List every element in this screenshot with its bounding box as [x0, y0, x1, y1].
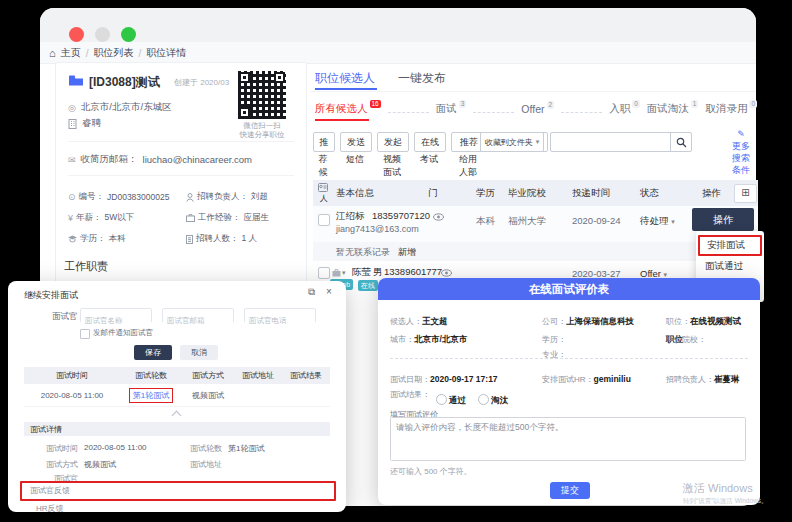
fullscreen-icon[interactable]: ⧉ [308, 286, 315, 298]
result-option-fail[interactable]: 淘汰 [478, 389, 508, 407]
notify-interviewer-checkbox[interactable] [80, 329, 90, 339]
tab-one-click-publish[interactable]: 一键发布 [398, 70, 446, 87]
recommend-candidate-button[interactable]: 推 荐 候 [313, 132, 333, 178]
minimize-window-button[interactable] [95, 27, 110, 42]
row-checkbox[interactable] [318, 214, 330, 226]
stage-offer-cancelled[interactable]: 取消录用0 [705, 102, 757, 116]
menu-item-interview-pass[interactable]: 面试通过 [696, 256, 764, 277]
screen: ⌂ 主页 / 职位列表 / 职位详情 [ID3088]测试 创建于 2020/0… [0, 0, 792, 522]
remaining-chars-text: 还可输入 500 个字符。 [390, 466, 472, 477]
detail-address-label: 面试地址 [180, 459, 222, 470]
row-action-button[interactable]: 操作 [692, 208, 754, 231]
close-window-button[interactable] [69, 27, 84, 42]
briefcase-icon [186, 214, 195, 222]
header-interview-address: 面试地址 [234, 370, 282, 381]
job-location: ◎ 北京市/北京市/东城区 [68, 101, 172, 114]
interview-round-link[interactable]: 第1轮面试 [120, 388, 182, 403]
header-basic-info: 基本信息 [336, 187, 374, 200]
online-exam-button[interactable]: 在线 考试 [414, 132, 444, 165]
candidate-name-link[interactable]: 江绍标 [336, 210, 365, 223]
save-button[interactable]: 保存 [134, 345, 172, 360]
window-titlebar [40, 8, 756, 42]
interviewer-name-field-wrap [80, 308, 152, 323]
result-label: 面试结果： [390, 389, 430, 407]
candidate-search [550, 132, 692, 152]
result-option-pass[interactable]: 通过 [436, 389, 466, 407]
job-email-label: 收简历邮箱： [81, 153, 138, 166]
add-contact-record-link[interactable]: 新增 [398, 246, 416, 259]
interview-date: 2020-09-17 17:17 [430, 374, 498, 384]
chevron-down-icon: ▾ [664, 271, 668, 278]
qr-caption-2: 快速分享职位 [232, 130, 292, 140]
salary-icon: ¥ [68, 213, 73, 223]
eye-icon[interactable] [433, 213, 444, 221]
send-sms-button[interactable]: 发送 短信 [340, 132, 370, 165]
search-input[interactable] [553, 134, 669, 150]
recruiting-owner: 崔蔓琳 [714, 374, 740, 384]
scheduler-hr: geminiliu [594, 374, 631, 384]
stage-onboard[interactable]: 入职0 [609, 102, 640, 116]
breadcrumb-job-list[interactable]: 职位列表 [93, 46, 133, 60]
column-settings-button[interactable]: ⊞ [734, 184, 757, 203]
stage-interview-rejected[interactable]: 面试淘汰1 [647, 102, 699, 116]
document-icon [186, 235, 193, 244]
home-icon: ⌂ [49, 47, 56, 59]
no-contact-record-text: 暂无联系记录 [336, 246, 390, 259]
header-department: 门 [428, 187, 438, 200]
candidate-row-1[interactable]: 江绍标 18359707120 jiang7413@163.com 本科 福州大… [313, 206, 758, 242]
company-icon [68, 119, 77, 129]
interview-detail-title: 面试详情 [24, 422, 330, 436]
search-icon [676, 137, 687, 148]
candidate-school: 福州大学 [508, 215, 546, 228]
modal-title: 继续安排面试 [24, 289, 78, 302]
favorite-folder-dropdown[interactable]: 收藏到文件夹▾ [480, 132, 544, 152]
interview-table-header: 面试时间 面试轮数 面试方式 面试地址 面试结果 [24, 367, 330, 384]
detail-round-label: 面试轮数 [180, 443, 222, 454]
radio-pass[interactable] [436, 394, 447, 405]
close-icon[interactable]: × [326, 286, 332, 297]
chevron-down-icon[interactable]: ▾ [342, 269, 346, 277]
header-degree: 学历 [476, 187, 495, 200]
submit-button[interactable]: 提交 [550, 482, 590, 499]
stage-all-candidates[interactable]: 所有候选人16 [315, 102, 381, 116]
job-field-owner: 招聘负责人：刘超 [186, 191, 268, 203]
breadcrumb-home[interactable]: 主页 [61, 46, 81, 60]
stage-count-badge: 3 [459, 100, 467, 108]
detail-hr-feedback-label: HR反馈 [36, 503, 64, 514]
header-status: 状态 [640, 187, 659, 200]
id-icon: ⊙ [68, 192, 76, 202]
candidate-phone: 13389601777 [384, 266, 442, 277]
candidate-name-link[interactable]: 陈莹 [352, 266, 371, 279]
header-interview-round: 面试轮数 [120, 370, 182, 381]
more-search-filters[interactable]: ✎ 更多 搜索 条件 [728, 128, 754, 176]
contact-record-subrow: 暂无联系记录 新增 ☆ [313, 242, 758, 261]
briefcase-icon [332, 269, 341, 277]
cancel-button[interactable]: 取消 [180, 345, 218, 360]
maximize-window-button[interactable] [121, 27, 136, 42]
job-title: [ID3088]测试 [89, 74, 160, 91]
qr-code [238, 71, 286, 119]
tab-job-candidates[interactable]: 职位候选人 [315, 70, 375, 87]
active-tab-underline [315, 88, 377, 90]
stage-offer[interactable]: Offer2 [521, 103, 554, 115]
comment-textarea[interactable] [391, 418, 745, 460]
job-field-experience: 工作经验：应届生 [186, 212, 269, 224]
interviewer-name-input[interactable] [81, 314, 151, 327]
row-checkbox[interactable] [318, 267, 330, 279]
stage-interview[interactable]: 面试3 [436, 102, 467, 116]
interviewer-phone-input[interactable] [245, 314, 315, 327]
eye-icon[interactable] [441, 269, 452, 277]
radio-fail[interactable] [478, 394, 489, 405]
candidate-status-dropdown[interactable]: 待处理 ▾ [640, 215, 675, 228]
detail-time-value: 2020-08-05 11:00 [84, 443, 147, 452]
start-video-interview-button[interactable]: 发起 视频 面试 [377, 132, 407, 178]
divider [68, 175, 294, 176]
person-icon [186, 193, 194, 202]
evaluation-info-row-4: 面试日期：2020-09-17 17:17 安排面试HR：geminiliu 招… [390, 368, 748, 386]
header-interview-result: 面试结果 [282, 370, 330, 381]
candidate-table-header: 人 基本信息 门 学历 毕业院校 投递时间 状态 操作 ⊞ [313, 180, 758, 206]
search-button[interactable] [670, 133, 691, 151]
interviewer-email-input[interactable] [163, 314, 233, 327]
menu-item-schedule-interview[interactable]: 安排面试 [698, 235, 762, 256]
collapse-chevron-icon[interactable] [172, 411, 182, 421]
